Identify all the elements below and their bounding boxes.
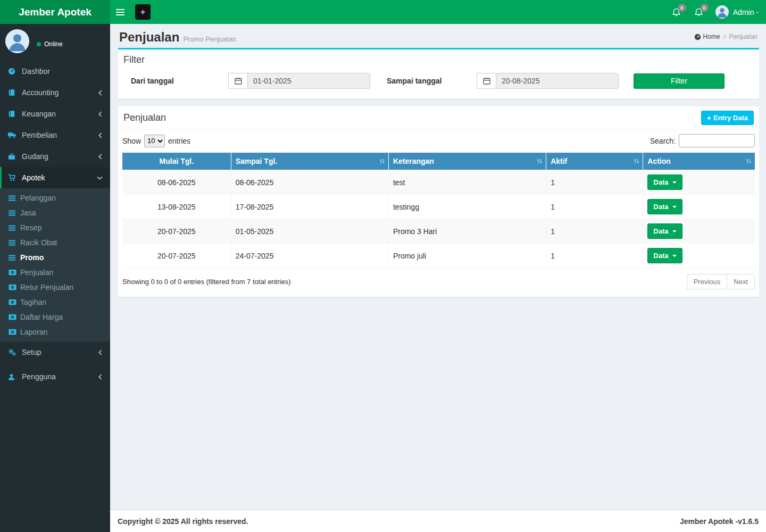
page-subtitle: Promo Penjualan: [183, 35, 236, 43]
money-icon: [9, 314, 20, 320]
caret-down-icon: [672, 230, 677, 232]
cell-keterangan: testingg: [388, 195, 546, 219]
row-data-button[interactable]: Data: [647, 223, 682, 239]
submenu-item-racik-obat[interactable]: Racik Obat: [0, 235, 110, 250]
list-bars-icon: [9, 240, 20, 246]
submenu-item-label: Tagihan: [20, 298, 46, 306]
version-text: Jember Apotek -v1.6.5: [680, 517, 759, 526]
sidebar-item-label: Pengguna: [22, 372, 56, 381]
sidebar-item-label: Keuangan: [22, 110, 56, 118]
pagination: Previous Next: [687, 274, 755, 289]
sidebar-item-label: Pembelian: [22, 131, 57, 139]
sidebar-item-pembelian[interactable]: Pembelian: [0, 124, 110, 146]
search-input[interactable]: [679, 134, 755, 147]
user-menu-label: Admin -: [733, 8, 759, 16]
online-status-label: Online: [44, 40, 63, 48]
notification-count-badge: 0: [700, 4, 709, 12]
breadcrumb-separator: >: [723, 33, 727, 40]
column-header-mulai[interactable]: Mulai Tgl.: [122, 153, 231, 170]
cell-keterangan: Promo 3 Hari: [388, 219, 546, 244]
gears-icon: [8, 348, 22, 356]
sidebar-item-pengguna[interactable]: Pengguna: [0, 366, 110, 387]
sidebar-item-dashbor[interactable]: Dashbor: [0, 61, 110, 82]
sidebar-item-keuangan[interactable]: Keuangan: [0, 103, 110, 124]
cell-mulai: 20-07-2025: [122, 244, 231, 268]
submenu-item-penjualan[interactable]: Penjualan: [0, 265, 110, 280]
chevron-left-icon: [98, 154, 103, 160]
submenu-item-laporan[interactable]: Laporan: [0, 325, 110, 339]
previous-page-button[interactable]: Previous: [687, 274, 727, 289]
cell-aktif: 1: [546, 170, 643, 195]
submenu-item-label: Jasa: [20, 209, 36, 217]
list-bars-icon: [9, 255, 20, 261]
sort-icon: [746, 158, 752, 164]
page-length-select[interactable]: 10: [144, 135, 165, 147]
from-date-group: [228, 73, 370, 89]
copyright-text: Copyright © 2025 All rights reserved.: [118, 517, 248, 526]
online-dot-icon: [37, 42, 41, 46]
briefcase-icon: [8, 153, 22, 160]
book-icon: [8, 110, 22, 118]
sidebar-item-apotek[interactable]: Apotek: [0, 167, 110, 188]
sidebar-item-label: Gudang: [22, 152, 48, 161]
notifications-bell-2[interactable]: 0: [688, 0, 710, 24]
promo-table: Mulai Tgl. Sampai Tgl. Keterangan Aktif …: [122, 153, 755, 268]
column-header-aktif[interactable]: Aktif: [546, 153, 643, 170]
column-header-sampai[interactable]: Sampai Tgl.: [231, 153, 388, 170]
breadcrumb-home-label: Home: [703, 33, 720, 40]
notification-count-badge: 0: [678, 4, 686, 12]
sort-icon: [537, 158, 543, 164]
column-header-action[interactable]: Action: [643, 153, 755, 170]
submenu-item-promo[interactable]: Promo: [0, 250, 110, 265]
breadcrumb-current: Penjualan: [729, 33, 757, 40]
sidebar-toggle-icon[interactable]: [110, 0, 130, 24]
filter-button[interactable]: Filter: [634, 73, 725, 89]
row-data-button[interactable]: Data: [647, 199, 682, 214]
from-date-input[interactable]: [247, 73, 370, 89]
sidebar-item-setup[interactable]: Setup: [0, 342, 110, 363]
submenu-item-tagihan[interactable]: Tagihan: [0, 295, 110, 310]
entry-data-button[interactable]: + Entry Data: [701, 111, 754, 125]
list-bars-icon: [9, 210, 20, 216]
chevron-left-icon: [98, 111, 103, 117]
calendar-icon: [228, 73, 247, 89]
sidebar-item-accounting[interactable]: Accounting: [0, 82, 110, 103]
list-bars-icon: [9, 225, 20, 231]
online-status[interactable]: Online: [37, 35, 63, 53]
from-date-label: Dari tanggal: [123, 77, 228, 85]
column-header-keterangan[interactable]: Keterangan: [388, 153, 546, 170]
breadcrumb-home-link[interactable]: Home: [694, 33, 720, 40]
submenu-item-pelanggan[interactable]: Pelanggan: [0, 190, 110, 205]
submenu-item-label: Retur Penjualan: [20, 283, 73, 292]
money-icon: [9, 284, 20, 290]
submenu-item-jasa[interactable]: Jasa: [0, 205, 110, 220]
to-date-input[interactable]: [496, 73, 619, 89]
cell-aktif: 1: [546, 195, 643, 219]
submenu-item-label: Racik Obat: [20, 238, 57, 247]
submenu-item-retur-penjualan[interactable]: Retur Penjualan: [0, 280, 110, 295]
shopping-cart-icon: [8, 174, 22, 181]
table-row: 20-07-2025 01-05-2025 Promo 3 Hari 1 Dat…: [122, 219, 755, 244]
brand-logo[interactable]: Jember Apotek: [0, 0, 110, 24]
sidebar-item-label: Dashbor: [22, 67, 50, 76]
user-menu[interactable]: Admin -: [710, 0, 766, 24]
quick-add-button[interactable]: +: [135, 4, 151, 20]
chevron-left-icon: [98, 374, 103, 380]
table-row: 13-08-2025 17-08-2025 testingg 1 Data: [122, 195, 755, 219]
page-footer: Copyright © 2025 All rights reserved. Je…: [110, 510, 766, 532]
sidebar-item-label: Setup: [22, 348, 41, 356]
to-date-group: [477, 73, 619, 89]
chevron-left-icon: [98, 90, 103, 96]
submenu-item-resep[interactable]: Resep: [0, 220, 110, 235]
cell-sampai: 17-08-2025: [231, 195, 388, 219]
caret-down-icon: [672, 206, 677, 208]
top-navbar: Jember Apotek + 0 0 Admin -: [0, 0, 766, 24]
submenu-item-daftar-harga[interactable]: Daftar Harga: [0, 310, 110, 325]
row-data-button[interactable]: Data: [647, 174, 682, 190]
sidebar-item-gudang[interactable]: Gudang: [0, 146, 110, 167]
notifications-bell-1[interactable]: 0: [665, 0, 688, 24]
caret-down-icon: [672, 181, 677, 184]
cell-mulai: 20-07-2025: [122, 219, 231, 244]
next-page-button[interactable]: Next: [727, 274, 755, 289]
row-data-button[interactable]: Data: [647, 248, 682, 263]
